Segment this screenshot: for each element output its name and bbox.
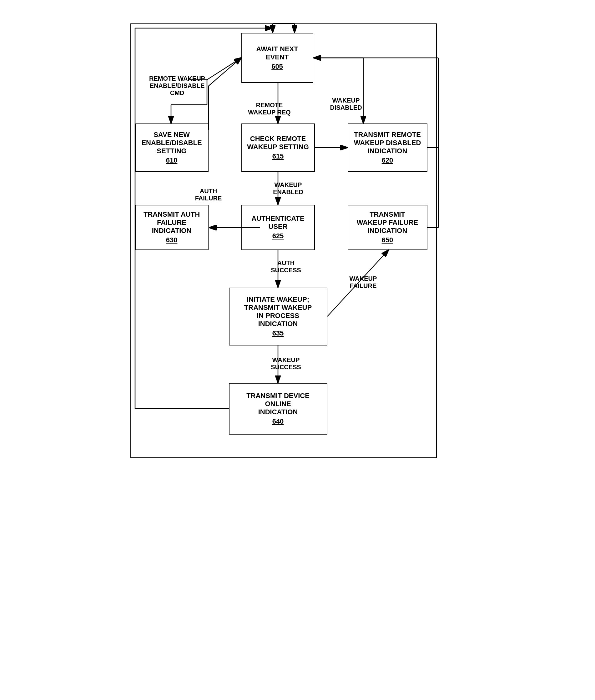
- box-wakeup-failure-ref: 650: [382, 236, 393, 244]
- box-online: TRANSMIT DEVICE ONLINE INDICATION 640: [229, 383, 328, 435]
- label-remote-enable: REMOTE WAKEUPENABLE/DISABLE CMD: [144, 75, 210, 97]
- box-transmit-disabled: TRANSMIT REMOTE WAKEUP DISABLED INDICATI…: [348, 123, 427, 172]
- label-auth-failure: AUTHFAILURE: [188, 187, 229, 202]
- box-check: CHECK REMOTE WAKEUP SETTING 615: [242, 123, 315, 172]
- box-initiate: INITIATE WAKEUP; TRANSMIT WAKEUP IN PROC…: [229, 288, 328, 346]
- box-authenticate-ref: 625: [272, 232, 284, 240]
- box-wakeup-failure: TRANSMIT WAKEUP FAILURE INDICATION 650: [348, 205, 427, 250]
- box-transmit-disabled-label: TRANSMIT REMOTE WAKEUP DISABLED INDICATI…: [354, 131, 421, 155]
- box-check-ref: 615: [272, 152, 284, 161]
- box-check-label: CHECK REMOTE WAKEUP SETTING: [247, 135, 309, 151]
- box-await-ref: 605: [272, 62, 283, 71]
- box-authenticate: AUTHENTICATE USER 625: [242, 205, 315, 250]
- flowchart-container: AWAIT NEXT EVENT 605 SAVE NEW ENABLE/DIS…: [126, 14, 470, 686]
- box-save: SAVE NEW ENABLE/DISABLE SETTING 610: [135, 123, 208, 172]
- box-initiate-label: INITIATE WAKEUP; TRANSMIT WAKEUP IN PROC…: [244, 295, 312, 328]
- box-authenticate-label: AUTHENTICATE USER: [251, 214, 304, 231]
- box-online-label: TRANSMIT DEVICE ONLINE INDICATION: [246, 392, 310, 416]
- box-auth-failure-label: TRANSMIT AUTH FAILURE INDICATION: [139, 210, 204, 235]
- box-save-ref: 610: [166, 156, 178, 165]
- box-auth-failure-ref: 630: [166, 236, 178, 244]
- box-await-label: AWAIT NEXT EVENT: [256, 45, 298, 61]
- label-wakeup-failure: WAKEUPFAILURE: [343, 275, 384, 290]
- box-online-ref: 640: [272, 417, 284, 426]
- label-remote-wakeup-req: REMOTEWAKEUP REQ: [248, 101, 291, 116]
- label-wakeup-enabled: WAKEUPENABLED: [268, 181, 309, 196]
- label-wakeup-disabled: WAKEUPDISABLED: [324, 97, 368, 111]
- label-wakeup-success: WAKEUPSUCCESS: [266, 356, 306, 371]
- box-wakeup-failure-label: TRANSMIT WAKEUP FAILURE INDICATION: [357, 210, 418, 235]
- box-auth-failure: TRANSMIT AUTH FAILURE INDICATION 630: [135, 205, 208, 250]
- box-await: AWAIT NEXT EVENT 605: [242, 33, 313, 83]
- box-initiate-ref: 635: [272, 329, 284, 337]
- box-save-label: SAVE NEW ENABLE/DISABLE SETTING: [141, 131, 202, 155]
- label-auth-success: AUTHSUCCESS: [266, 260, 306, 274]
- box-transmit-disabled-ref: 620: [382, 156, 393, 165]
